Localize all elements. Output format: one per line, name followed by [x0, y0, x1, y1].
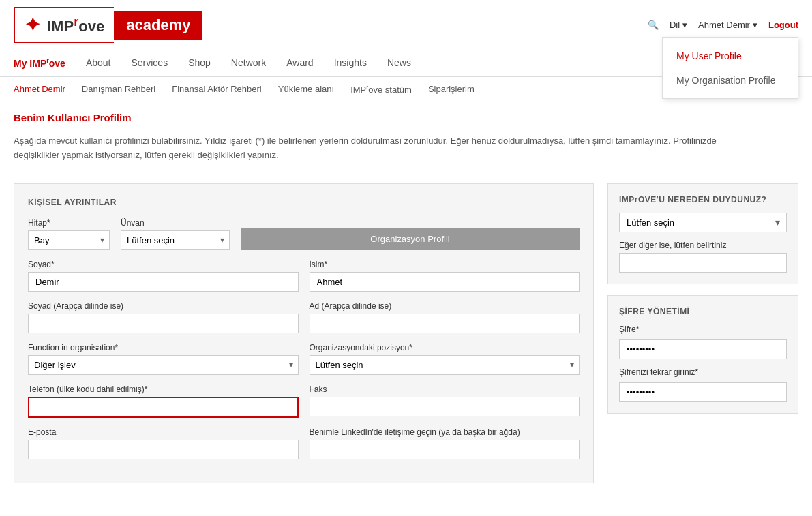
- hitap-select-wrapper: Bay Bayan: [28, 230, 110, 250]
- telefon-label: Telefon (ülke kodu dahil edilmiş)*: [28, 384, 299, 394]
- nav-item-shop[interactable]: Shop: [188, 57, 211, 68]
- unvan-select[interactable]: Lütfen seçin: [121, 230, 230, 250]
- function-select-wrapper: Diğer işlev: [28, 355, 299, 375]
- soyad-label: Soyad*: [28, 260, 299, 269]
- isim-arapca-input[interactable]: [310, 314, 580, 333]
- hitap-select[interactable]: Bay Bayan: [28, 230, 110, 250]
- logo-academy-text[interactable]: academy: [114, 11, 202, 40]
- right-panel: IMPrOVE'U NEREDEN DUYDUNUZ? Lütfen seçin…: [607, 183, 798, 483]
- org-btn-wrapper: Organizasyon Profili: [241, 218, 580, 250]
- sifre-tekrar-group: Şifrenizi tekrar giriniz*: [619, 367, 787, 402]
- faks-input[interactable]: [310, 397, 580, 416]
- lang-label: Dil: [670, 20, 680, 30]
- unvan-label: Ünvan: [121, 218, 230, 228]
- sifre-label: Şifre*: [619, 324, 787, 334]
- sub-nav-yukleme[interactable]: Yükleme alanı: [278, 84, 334, 94]
- faks-label: Faks: [310, 384, 580, 394]
- sub-nav-improve-statum[interactable]: IMProve statüm: [350, 84, 412, 95]
- heard-section: IMPrOVE'U NEREDEN DUYDUNUZ? Lütfen seçin…: [607, 183, 798, 284]
- form-row-1: Hitap* Bay Bayan Ünvan Lütfen seçin Orga: [28, 218, 580, 250]
- sub-nav-ahmet-demir[interactable]: Ahmet Demir: [14, 84, 65, 94]
- header: ✦ IMProve academy 🔍 Dil ▾ Ahmet Demir ▾ …: [0, 0, 812, 50]
- eposta-input[interactable]: [28, 440, 299, 459]
- logo-improve-text: IMProve: [47, 14, 104, 35]
- soyad-arapca-group: Soyad (Arapça dilinde ise): [28, 301, 299, 333]
- telefon-input[interactable]: [28, 397, 299, 418]
- logout-button[interactable]: Logout: [768, 20, 798, 30]
- sifre-tekrar-label: Şifrenizi tekrar giriniz*: [619, 367, 787, 377]
- eposta-group: E-posta: [28, 427, 299, 459]
- sifre-input[interactable]: [619, 339, 787, 359]
- soyad-arapca-label: Soyad (Arapça dilinde ise): [28, 301, 299, 311]
- my-user-profile-link[interactable]: My User Profile: [663, 44, 798, 68]
- hitap-label: Hitap*: [28, 218, 110, 228]
- heard-select[interactable]: Lütfen seçin: [619, 213, 787, 232]
- sifre-group: Şifre*: [619, 324, 787, 359]
- my-org-profile-link[interactable]: My Organisation Profile: [663, 68, 798, 93]
- page-title: Benim Kullanıcı Profilim: [0, 102, 812, 127]
- heard-other-input[interactable]: [619, 253, 787, 273]
- org-pozisyon-select[interactable]: Lütfen seçin: [310, 355, 580, 375]
- isim-input[interactable]: [310, 272, 580, 292]
- function-group: Function in organisation* Diğer işlev: [28, 343, 299, 375]
- hitap-group: Hitap* Bay Bayan: [28, 218, 110, 250]
- nav-item-about[interactable]: About: [86, 57, 111, 68]
- personal-details-title: KİŞİSEL AYRINTILAR: [28, 198, 580, 207]
- linkedin-input[interactable]: [310, 440, 580, 459]
- sub-nav-finansal[interactable]: Finansal Aktör Rehberi: [172, 84, 262, 94]
- unvan-group: Ünvan Lütfen seçin: [121, 218, 230, 250]
- sifre-tekrar-input[interactable]: [619, 382, 787, 402]
- logo-area: ✦ IMProve academy: [14, 7, 202, 43]
- password-title: ŞİFRE YÖNETİMİ: [619, 307, 787, 316]
- linkedin-group: Benimle LinkedIn'de iletişime geçin (ya …: [310, 427, 580, 459]
- function-label: Function in organisation*: [28, 343, 299, 352]
- isim-label: İsim*: [310, 260, 580, 269]
- user-label: Ahmet Demir: [698, 20, 750, 30]
- nav-item-news[interactable]: News: [387, 57, 411, 68]
- soyad-arapca-input[interactable]: [28, 314, 299, 333]
- org-pozisyon-group: Organizasyondaki pozisyon* Lütfen seçin: [310, 343, 580, 375]
- user-chevron-icon: ▾: [753, 20, 757, 30]
- sub-nav-siparislerim[interactable]: Siparişlerim: [428, 84, 475, 94]
- isim-group: İsim*: [310, 260, 580, 292]
- eposta-label: E-posta: [28, 427, 299, 437]
- form-row-5: Telefon (ülke kodu dahil edilmiş)* Faks: [28, 384, 580, 418]
- isim-arapca-label: Ad (Arapça dilinde ise): [310, 301, 580, 311]
- heard-other-label: Eğer diğer ise, lütfen belirtiniz: [619, 241, 787, 250]
- nav-item-services[interactable]: Services: [131, 57, 168, 68]
- search-icon[interactable]: 🔍: [648, 20, 659, 30]
- function-select[interactable]: Diğer işlev: [28, 355, 299, 375]
- form-row-6: E-posta Benimle LinkedIn'de iletişime ge…: [28, 427, 580, 459]
- lang-chevron-icon: ▾: [682, 20, 687, 30]
- form-row-2: Soyad* İsim*: [28, 260, 580, 292]
- nav-item-insights[interactable]: Insights: [334, 57, 367, 68]
- nav-item-award[interactable]: Award: [286, 57, 313, 68]
- nav-item-network[interactable]: Network: [231, 57, 266, 68]
- logo-star-icon: ✦: [25, 14, 40, 36]
- sub-nav-danisman[interactable]: Danışman Rehberi: [82, 84, 155, 94]
- page-description: Aşağıda mevcut kullanıcı profilinizi bul…: [0, 127, 750, 177]
- user-menu[interactable]: Ahmet Demir ▾: [698, 20, 757, 30]
- org-pozisyon-label: Organizasyondaki pozisyon*: [310, 343, 580, 352]
- language-selector[interactable]: Dil ▾: [670, 20, 687, 30]
- isim-arapca-group: Ad (Arapça dilinde ise): [310, 301, 580, 333]
- unvan-select-wrapper: Lütfen seçin: [121, 230, 230, 250]
- faks-group: Faks: [310, 384, 580, 418]
- nav-item-myimprove[interactable]: My IMProve: [14, 57, 65, 69]
- form-row-4: Function in organisation* Diğer işlev Or…: [28, 343, 580, 375]
- heard-title: IMPrOVE'U NEREDEN DUYDUNUZ?: [619, 195, 787, 204]
- main-content: KİŞİSEL AYRINTILAR Hitap* Bay Bayan Ünva…: [0, 177, 812, 497]
- soyad-group: Soyad*: [28, 260, 299, 292]
- password-section: ŞİFRE YÖNETİMİ Şifre* Şifrenizi tekrar g…: [607, 295, 798, 414]
- user-dropdown: My User Profile My Organisation Profile: [662, 37, 798, 99]
- org-pozisyon-select-wrapper: Lütfen seçin: [310, 355, 580, 375]
- heard-select-wrapper: Lütfen seçin: [619, 213, 787, 232]
- linkedin-label: Benimle LinkedIn'de iletişime geçin (ya …: [310, 427, 580, 437]
- logo-improve[interactable]: ✦ IMProve: [14, 7, 114, 43]
- form-row-3: Soyad (Arapça dilinde ise) Ad (Arapça di…: [28, 301, 580, 333]
- org-profile-button[interactable]: Organizasyon Profili: [241, 228, 580, 250]
- personal-details-panel: KİŞİSEL AYRINTILAR Hitap* Bay Bayan Ünva…: [14, 183, 594, 483]
- header-right: 🔍 Dil ▾ Ahmet Demir ▾ Logout: [648, 20, 798, 30]
- telefon-group: Telefon (ülke kodu dahil edilmiş)*: [28, 384, 299, 418]
- soyad-input[interactable]: [28, 272, 299, 292]
